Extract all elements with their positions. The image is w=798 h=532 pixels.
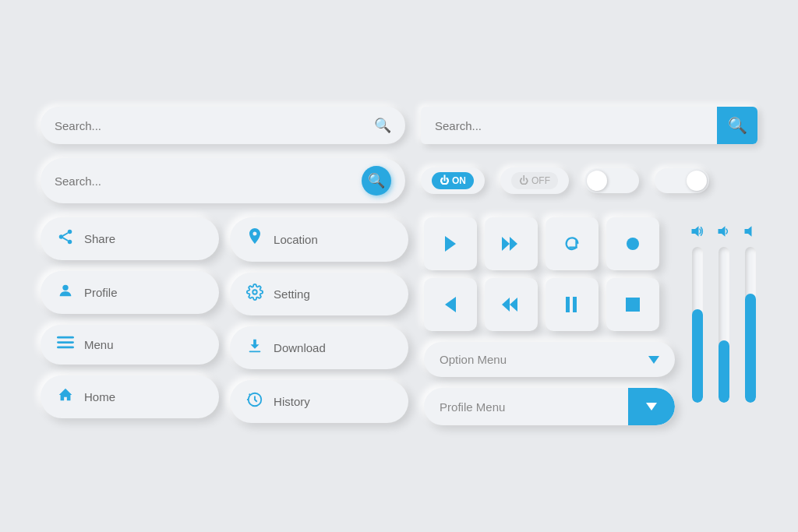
svg-marker-22 — [648, 356, 659, 364]
search-bar-square: 🔍 — [421, 107, 757, 144]
toggles-row: ⏻ ON ⏻ OFF — [421, 167, 757, 194]
search-row-1: 🔍 🔍 — [41, 107, 757, 144]
svg-marker-17 — [510, 298, 517, 312]
sliders-section — [690, 217, 757, 425]
buttons-row-container: Share Profile Menu — [41, 217, 408, 423]
setting-button[interactable]: Setting — [230, 273, 408, 315]
profile-menu-arrow-bg — [628, 388, 675, 425]
history-label: History — [274, 395, 310, 408]
power-on-icon: ⏻ — [440, 175, 449, 186]
svg-rect-19 — [566, 297, 570, 312]
svg-line-4 — [63, 233, 68, 236]
svg-line-3 — [63, 238, 68, 241]
volume-fill-3 — [745, 294, 756, 403]
option-menu-button[interactable]: Option Menu — [424, 342, 675, 377]
media-controls — [424, 217, 675, 331]
svg-point-9 — [252, 290, 257, 294]
volume-slider-2-wrap — [717, 225, 731, 403]
svg-point-5 — [62, 285, 68, 291]
download-label: Download — [274, 341, 326, 354]
volume-medium-icon — [717, 225, 731, 241]
buttons-section: Share Profile Menu — [41, 217, 408, 425]
power-off-icon: ⏻ — [519, 175, 528, 186]
refresh-button[interactable] — [546, 217, 598, 270]
main-content: Share Profile Menu — [41, 217, 757, 425]
search-button-square[interactable]: 🔍 — [717, 107, 757, 144]
chevron-down-icon — [648, 353, 659, 366]
media-row-top — [424, 217, 675, 270]
share-icon — [56, 228, 75, 249]
search-input-2[interactable] — [421, 110, 717, 142]
volume-slider-1-wrap — [690, 225, 704, 403]
toggle-knob-1 — [587, 171, 607, 191]
location-icon — [245, 228, 264, 251]
buttons-col-right: Location Setting Download — [230, 217, 408, 423]
stop-button[interactable] — [606, 278, 659, 331]
svg-point-2 — [68, 240, 72, 245]
volume-track-2[interactable] — [719, 247, 729, 403]
svg-point-15 — [627, 238, 639, 250]
volume-slider-3-wrap — [743, 225, 757, 403]
profile-icon — [56, 282, 75, 303]
svg-rect-7 — [57, 341, 74, 344]
setting-icon — [245, 284, 264, 305]
fast-rewind-button[interactable] — [485, 278, 538, 331]
play-button[interactable] — [424, 217, 477, 270]
home-button[interactable]: Home — [41, 375, 219, 418]
svg-rect-10 — [249, 351, 261, 352]
svg-marker-24 — [692, 226, 699, 237]
profile-button[interactable]: Profile — [41, 271, 219, 314]
volume-high-icon — [690, 225, 704, 241]
buttons-col-left: Share Profile Menu — [41, 217, 219, 423]
download-icon — [245, 337, 264, 358]
pause-button[interactable] — [546, 278, 598, 331]
profile-menu-button[interactable]: Profile Menu — [424, 388, 675, 425]
search-button-blue[interactable]: 🔍 — [362, 166, 391, 196]
menu-button[interactable]: Menu — [41, 325, 219, 365]
svg-point-0 — [68, 230, 72, 234]
menu-icon — [56, 336, 75, 354]
fast-forward-button[interactable] — [485, 217, 538, 270]
setting-label: Setting — [274, 287, 310, 301]
history-icon — [245, 391, 264, 412]
pill-toggle-on[interactable] — [655, 168, 709, 193]
search-input-1[interactable] — [55, 119, 374, 132]
profile-menu-inner: Profile Menu — [424, 389, 622, 425]
search-bar-plain: 🔍 — [41, 107, 405, 144]
toggle-on-switch[interactable]: ⏻ ON — [421, 167, 485, 194]
svg-rect-20 — [573, 297, 577, 312]
volume-fill-1 — [692, 309, 703, 403]
volume-track-3[interactable] — [745, 247, 756, 403]
main-container: 🔍 🔍 🔍 ⏻ ON ⏻ — [17, 83, 781, 449]
share-label: Share — [84, 232, 115, 245]
volume-track-1[interactable] — [692, 247, 703, 403]
history-button[interactable]: History — [230, 380, 408, 423]
toggle-off-label: ⏻ OFF — [511, 172, 558, 189]
svg-point-1 — [59, 234, 64, 239]
menu-label: Menu — [84, 338, 114, 351]
toggle-off-switch[interactable]: ⏻ OFF — [500, 167, 569, 194]
frame-rewind-button[interactable] — [424, 278, 477, 331]
svg-marker-23 — [646, 403, 657, 410]
svg-marker-13 — [502, 237, 510, 251]
toggle-on-label: ⏻ ON — [432, 172, 474, 189]
search-input-3[interactable] — [55, 174, 362, 188]
share-button[interactable]: Share — [41, 217, 219, 260]
home-icon — [56, 386, 75, 407]
location-button[interactable]: Location — [230, 217, 408, 262]
search-icon-1: 🔍 — [374, 117, 391, 134]
record-button[interactable] — [606, 217, 659, 270]
volume-fill-2 — [719, 340, 729, 403]
toggle-knob-2 — [687, 171, 707, 191]
search-bar-blue-circle: 🔍 — [41, 158, 405, 203]
volume-low-icon — [743, 225, 757, 241]
home-label: Home — [84, 390, 115, 403]
svg-rect-8 — [57, 347, 74, 349]
media-dropdown-section: Option Menu Profile Menu — [424, 217, 675, 425]
pill-toggle-off[interactable] — [584, 168, 639, 193]
svg-marker-26 — [745, 226, 752, 237]
download-button[interactable]: Download — [230, 326, 408, 369]
svg-rect-6 — [57, 336, 74, 339]
svg-marker-16 — [445, 297, 456, 312]
svg-marker-25 — [719, 226, 726, 237]
